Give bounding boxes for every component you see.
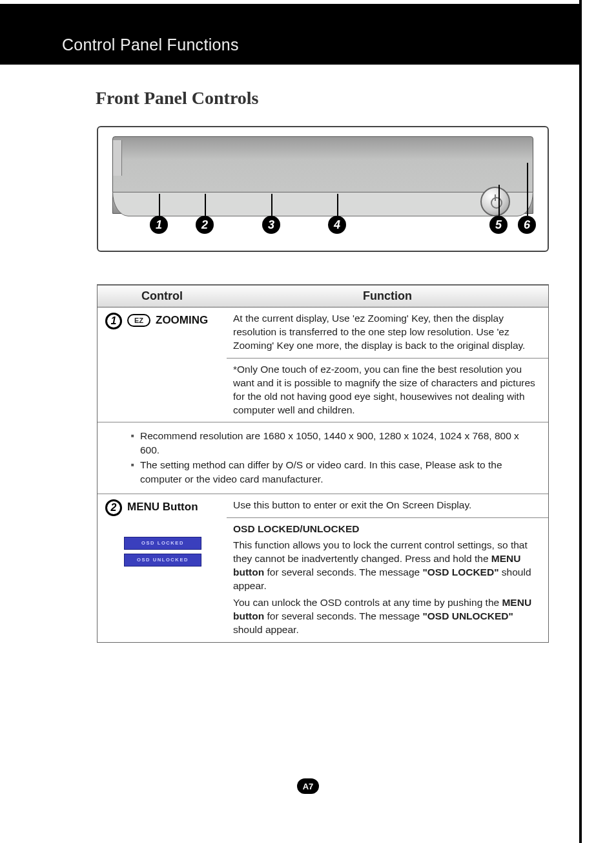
callout-group: 1 2 3 4 5 6 — [98, 213, 548, 244]
callout-lead-4 — [337, 194, 338, 216]
table-row: 1 EZ ZOOMING At the current display, Use… — [98, 307, 548, 422]
control-name-menu: MENU Button — [127, 501, 198, 514]
callout-lead-2 — [205, 194, 206, 216]
callout-lead-3 — [271, 194, 272, 216]
section-title: Control Panel Functions — [62, 36, 239, 54]
zooming-description-a: At the current display, Use 'ez Zooming'… — [227, 307, 548, 358]
header-control: Control — [98, 289, 227, 303]
note-resolutions: Recommend resolution are 1680 x 1050, 14… — [140, 429, 535, 457]
ez-icon: EZ — [127, 314, 150, 327]
row-badge-2: 2 — [105, 499, 122, 516]
header-function: Function — [227, 289, 548, 303]
page-subtitle: Front Panel Controls — [96, 88, 259, 109]
callout-badge-3: 3 — [262, 216, 280, 234]
row-badge-1: 1 — [105, 313, 122, 329]
callout-badge-1: 1 — [150, 216, 168, 234]
callout-badge-2: 2 — [196, 216, 214, 234]
control-cell-zooming: 1 EZ ZOOMING — [98, 307, 227, 422]
monitor-slot — [113, 140, 122, 176]
control-cell-menu: 2 MENU Button OSD LOCKED OSD UNLOCKED — [98, 494, 227, 642]
zooming-description-b: *Only One touch of ez-zoom, you can fine… — [227, 358, 548, 422]
callout-lead-5 — [498, 185, 500, 216]
table-row: 2 MENU Button OSD LOCKED OSD UNLOCKED Us… — [98, 494, 548, 642]
function-cell-zooming: At the current display, Use 'ez Zooming'… — [227, 307, 548, 422]
menu-description-a: Use this button to enter or exit the On … — [227, 494, 548, 517]
callout-badge-6: 6 — [518, 216, 536, 234]
controls-table: Control Function 1 EZ ZOOMING At the cur… — [97, 284, 549, 643]
callout-badge-5: 5 — [489, 216, 508, 234]
callout-lead-6 — [527, 163, 528, 216]
function-cell-menu: Use this button to enter or exit the On … — [227, 494, 548, 642]
control-name-zooming: ZOOMING — [156, 314, 208, 327]
note-os-videocard: The setting method can differ by O/S or … — [140, 458, 535, 486]
table-header: Control Function — [98, 286, 548, 307]
power-button-icon — [480, 187, 510, 216]
front-panel-illustration: EZZOOMING MENU (-) f- ENGINE (+) SOURCE … — [97, 126, 549, 252]
callout-lead-1 — [159, 194, 160, 216]
table-notes: Recommend resolution are 1680 x 1050, 14… — [98, 422, 548, 494]
osd-status-illustration: OSD LOCKED OSD UNLOCKED — [105, 521, 220, 570]
osd-section-title: OSD LOCKED/UNLOCKED — [233, 523, 540, 536]
crop-mark-right — [579, 0, 582, 843]
callout-badge-4: 4 — [328, 216, 346, 234]
section-header: Control Panel Functions — [0, 4, 580, 65]
osd-locked-pill: OSD LOCKED — [124, 537, 201, 550]
page-number-badge: A7 — [297, 778, 319, 794]
osd-unlocked-pill: OSD UNLOCKED — [124, 554, 201, 567]
menu-description-locked: OSD LOCKED/UNLOCKED This function allows… — [227, 517, 548, 642]
